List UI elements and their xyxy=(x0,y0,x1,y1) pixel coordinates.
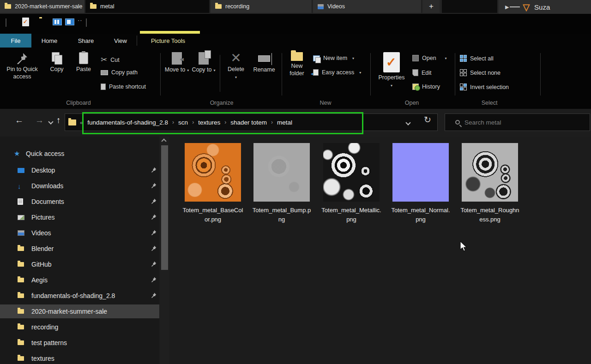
tab-videos[interactable]: Videos xyxy=(313,0,422,13)
search-box[interactable] xyxy=(445,113,590,131)
sidebar-item-videos[interactable]: Videos xyxy=(0,226,159,240)
open-button[interactable]: Open▾ xyxy=(412,55,447,61)
properties-check-icon[interactable] xyxy=(22,18,29,26)
layout-panes-icon[interactable] xyxy=(53,18,62,25)
pin-icon xyxy=(151,277,157,282)
sidebar-item-textures[interactable]: textures xyxy=(0,352,159,364)
refresh-icon[interactable]: ↻ xyxy=(424,114,431,125)
tab-2020-market-summer-sale[interactable]: 2020-market-summer-sale xyxy=(0,0,85,13)
breadcrumb-item[interactable]: fundamentals-of-shading_2.8 xyxy=(87,119,168,126)
back-button[interactable]: ← xyxy=(15,115,24,125)
menu-view[interactable]: View xyxy=(104,34,137,48)
pin-icon xyxy=(151,167,157,173)
separator xyxy=(160,53,161,95)
menu-share[interactable]: Share xyxy=(67,34,104,48)
scroll-up-arrow-icon[interactable] xyxy=(161,138,166,143)
history-icon xyxy=(412,84,419,90)
tab-label: recording xyxy=(225,3,249,10)
select-all-button[interactable]: Select all xyxy=(460,55,494,62)
open-icon xyxy=(412,55,419,61)
file-totem-metal-bump[interactable]: Totem_metal_Bump.png xyxy=(247,143,316,224)
pin-icon xyxy=(151,183,157,188)
folder-icon xyxy=(215,4,222,9)
copy-button[interactable]: Copy xyxy=(44,52,69,73)
sidebar-item-documents[interactable]: Documents xyxy=(0,195,159,209)
layout-panes-icon[interactable] xyxy=(65,18,74,25)
play-icon: ▶ xyxy=(505,4,509,10)
menu-home[interactable]: Home xyxy=(31,34,67,48)
search-input[interactable] xyxy=(464,119,580,126)
properties-icon xyxy=(383,52,400,72)
tab-recording[interactable]: recording xyxy=(211,0,312,13)
pin-icon xyxy=(151,261,157,267)
separator xyxy=(220,55,220,92)
brand-text: Suza xyxy=(534,3,550,11)
file-totem-metal-basecolor[interactable]: Totem_metal_BaseColor.png xyxy=(178,143,247,224)
sidebar-item-github[interactable]: GitHub xyxy=(0,257,159,271)
breadcrumb-item[interactable]: scn xyxy=(178,119,188,126)
sidebar-item-pictures[interactable]: Pictures xyxy=(0,210,159,224)
breadcrumb-item[interactable]: textures xyxy=(198,119,220,126)
file-totem-metal-metallic[interactable]: Totem_metal_Metallic.png xyxy=(317,143,386,224)
copy-path-button[interactable]: Copy path xyxy=(101,69,138,76)
select-none-button[interactable]: Select none xyxy=(460,69,501,76)
breadcrumb-collapse-icon[interactable]: « xyxy=(80,119,83,126)
recent-locations-chevron-icon[interactable] xyxy=(48,119,53,124)
paste-shortcut-button[interactable]: Paste shortcut xyxy=(101,84,146,90)
easy-access-button[interactable]: Easy access▾ xyxy=(313,69,361,76)
sidebar-item-quick-access[interactable]: ★ Quick access xyxy=(0,147,159,161)
sidebar-scrollbar[interactable] xyxy=(160,137,169,364)
videos-icon xyxy=(318,4,324,9)
pin-icon xyxy=(151,214,157,220)
forward-button[interactable]: → xyxy=(35,115,44,125)
sidebar-item-2020-market-summer-sale[interactable]: 2020-market-summer-sale xyxy=(0,304,159,318)
pin-to-quick-access-button[interactable]: Pin to Quick access xyxy=(4,52,41,80)
scissors-icon: ✂ xyxy=(101,55,107,65)
navigation-bar: ← → ↑ « fundamentals-of-shading_2.8 › sc… xyxy=(0,109,591,137)
pin-icon xyxy=(151,245,157,251)
history-button[interactable]: History xyxy=(412,84,440,90)
scrollbar-thumb[interactable] xyxy=(161,145,168,270)
new-folder-icon xyxy=(291,52,303,61)
new-item-icon xyxy=(313,55,320,61)
up-button[interactable]: ↑ xyxy=(56,115,61,125)
new-folder-button[interactable]: New folder xyxy=(285,52,308,77)
delete-button[interactable]: ✕ Delete ▾ xyxy=(223,52,249,80)
rename-button[interactable]: Rename xyxy=(249,52,279,74)
sidebar-item-aegis[interactable]: Aegis xyxy=(0,273,159,287)
invert-selection-button[interactable]: Invert selection xyxy=(460,84,509,90)
file-totem-metal-normal[interactable]: Totem_metal_Normal.png xyxy=(386,143,455,224)
chevron-right-icon: › xyxy=(172,119,174,125)
edit-button[interactable]: Edit xyxy=(412,69,432,76)
more-icon[interactable]: ·· xyxy=(78,17,83,24)
separator xyxy=(455,53,455,95)
chevron-right-icon: › xyxy=(192,119,194,125)
breadcrumb-item[interactable]: shader totem xyxy=(230,119,267,126)
sidebar-item-desktop[interactable]: Desktop xyxy=(0,163,159,177)
move-to-button[interactable]: Move to▾ xyxy=(164,52,190,74)
sidebar-item-recording[interactable]: recording xyxy=(0,320,159,334)
separator xyxy=(540,53,541,95)
properties-button[interactable]: Properties ▾ xyxy=(378,52,405,88)
menu-file[interactable]: File xyxy=(0,34,31,48)
main-area: ★ Quick access Desktop ↓ Downloads Docum… xyxy=(0,137,591,364)
separator xyxy=(86,18,87,27)
copy-to-button[interactable]: Copy to▾ xyxy=(191,52,217,74)
sidebar-item-blender[interactable]: Blender xyxy=(0,242,159,256)
cut-button[interactable]: ✂ Cut xyxy=(101,55,120,65)
menu-picture-tools[interactable]: Picture Tools xyxy=(137,34,199,48)
sidebar-item-downloads[interactable]: ↓ Downloads xyxy=(0,179,159,193)
new-item-button[interactable]: New item▾ xyxy=(313,55,354,61)
desktop-icon xyxy=(18,168,24,173)
file-name: Totem_metal_Metallic.png xyxy=(321,206,382,224)
breadcrumb-item[interactable]: metal xyxy=(277,119,292,126)
thumbnail-bump xyxy=(253,143,310,202)
tab-metal[interactable]: metal xyxy=(85,0,210,13)
separator xyxy=(282,53,282,95)
new-tab-button[interactable]: + xyxy=(423,0,440,13)
sidebar-item-test-patterns[interactable]: test patterns xyxy=(0,336,159,350)
address-bar[interactable]: « fundamentals-of-shading_2.8 › scn › te… xyxy=(65,113,438,131)
file-totem-metal-roughness[interactable]: Totem_metal_Roughness.png xyxy=(455,143,525,224)
sidebar-item-fundamentals-of-shading[interactable]: fundamentals-of-shading_2.8 xyxy=(0,289,159,303)
paste-button[interactable]: Paste xyxy=(72,52,96,73)
